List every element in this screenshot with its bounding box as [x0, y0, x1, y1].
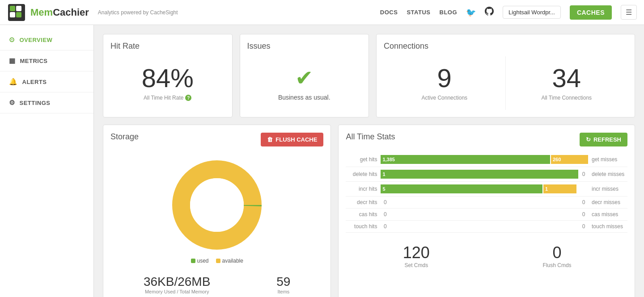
svg-rect-3 — [10, 12, 15, 17]
sidebar-item-metrics[interactable]: ▦ METRICS — [0, 50, 93, 71]
donut-legend: used available — [191, 258, 243, 264]
alltime-title: All Time Stats — [346, 132, 395, 142]
hit-rate-body: 84% All Time Hit Rate ? — [110, 56, 225, 105]
touch-hits-bars: 0 0 — [381, 223, 588, 230]
storage-card: Storage 🗑 FLUSH CACHE — [103, 125, 331, 297]
flush-cache-button[interactable]: 🗑 FLUSH CACHE — [261, 133, 323, 146]
metrics-icon: ▦ — [9, 57, 16, 65]
legend-available: available — [216, 258, 243, 264]
sidebar-item-alerts[interactable]: 🔔 ALERTS — [0, 71, 93, 92]
incr-hits-yellow-bar: 1 — [543, 184, 576, 193]
flush-cmds-value: 0 — [553, 243, 562, 262]
hit-rate-sublabel: All Time Hit Rate ? — [144, 95, 191, 101]
refresh-button[interactable]: ↻ REFRESH — [580, 133, 627, 146]
top-navigation: MemCachier Analytics powered by CacheSig… — [0, 0, 644, 25]
overview-icon: ⊙ — [9, 36, 15, 44]
table-row: incr hits 5 1 incr misses — [346, 182, 627, 197]
logo-text: MemCachier — [30, 7, 89, 18]
get-hits-yellow-bar: 260 — [551, 155, 588, 164]
account-button[interactable]: Lightsail Wordpr... — [503, 6, 561, 19]
incr-hits-label: incr hits — [346, 186, 377, 192]
decr-zero-left: 0 — [381, 199, 390, 205]
trash-icon: 🗑 — [267, 136, 273, 143]
table-row: touch hits 0 0 touch misses — [346, 221, 627, 233]
alltime-stats-table: get hits 1,385 260 get misses delete hit… — [346, 152, 627, 233]
sidebar: ⊙ OVERVIEW ▦ METRICS 🔔 ALERTS ⚙ SETTINGS — [0, 25, 94, 297]
set-cmds-value: 120 — [403, 243, 430, 262]
storage-donut-chart — [168, 156, 266, 254]
table-row: delete hits 1 0 delete misses — [346, 167, 627, 182]
storage-stats: 36KB/26MB Memory Used / Total Memory 59 … — [110, 269, 323, 294]
issues-title: Issues — [247, 42, 362, 51]
delete-zero: 0 — [579, 171, 588, 177]
svg-rect-4 — [16, 12, 21, 17]
memory-label: Memory Used / Total Memory — [145, 289, 209, 294]
delete-hits-bars: 1 0 — [381, 170, 588, 179]
main-content: Hit Rate 84% All Time Hit Rate ? Issues … — [94, 25, 644, 297]
stats-row: Hit Rate 84% All Time Hit Rate ? Issues … — [103, 34, 635, 117]
cas-zero-right: 0 — [579, 211, 588, 218]
touch-zero-right: 0 — [579, 223, 588, 230]
twitter-icon[interactable]: 🐦 — [466, 8, 476, 17]
decr-misses-label: decr misses — [592, 199, 627, 205]
logo-icon — [7, 3, 26, 22]
cas-hits-bars: 0 0 — [381, 211, 588, 218]
incr-hits-green-bar: 5 — [381, 184, 542, 193]
hamburger-menu-button[interactable]: ☰ — [621, 5, 637, 20]
delete-misses-label: delete misses — [592, 171, 627, 177]
github-icon[interactable] — [485, 7, 494, 18]
svg-point-7 — [190, 178, 244, 232]
info-icon: ? — [185, 95, 191, 101]
touch-hits-label: touch hits — [346, 223, 377, 230]
items-stat: 59 Items — [276, 275, 290, 294]
decr-hits-label: decr hits — [346, 199, 377, 205]
get-hits-label: get hits — [346, 156, 377, 163]
sidebar-item-overview[interactable]: ⊙ OVERVIEW — [0, 29, 93, 50]
used-dot — [191, 259, 195, 263]
alerts-icon: 🔔 — [9, 78, 18, 86]
table-row: get hits 1,385 260 get misses — [346, 152, 627, 167]
connections-body: 9 Active Connections 34 All Time Connect… — [384, 56, 627, 110]
cas-zero-left: 0 — [381, 211, 390, 218]
touch-misses-label: touch misses — [592, 223, 627, 230]
main-layout: ⊙ OVERVIEW ▦ METRICS 🔔 ALERTS ⚙ SETTINGS… — [0, 25, 644, 297]
available-dot — [216, 259, 220, 263]
set-cmds-label: Set Cmds — [404, 262, 428, 268]
sidebar-label-metrics: METRICS — [20, 58, 48, 64]
get-hits-bars: 1,385 260 — [381, 155, 588, 164]
status-link[interactable]: STATUS — [407, 9, 430, 16]
decr-hits-bars: 0 0 — [381, 199, 588, 205]
delete-hits-label: delete hits — [346, 171, 377, 177]
nav-links: DOCS STATUS BLOG 🐦 Lightsail Wordpr... C… — [380, 5, 637, 20]
table-row: decr hits 0 0 decr misses — [346, 197, 627, 209]
get-hits-green-bar: 1,385 — [381, 155, 550, 164]
docs-link[interactable]: DOCS — [380, 9, 398, 16]
logo: MemCachier Analytics powered by CacheSig… — [7, 3, 178, 22]
active-connections-stat: 9 Active Connections — [384, 56, 506, 110]
decr-zero-right: 0 — [579, 199, 588, 205]
hit-rate-title: Hit Rate — [110, 42, 225, 51]
caches-button[interactable]: CACHES — [570, 5, 612, 20]
blog-link[interactable]: BLOG — [440, 9, 458, 16]
svg-rect-2 — [16, 6, 21, 11]
flush-cmds-label: Flush Cmds — [543, 262, 572, 268]
memory-stat: 36KB/26MB Memory Used / Total Memory — [144, 275, 210, 294]
items-label: Items — [277, 289, 289, 294]
settings-icon: ⚙ — [9, 99, 15, 107]
legend-used: used — [191, 258, 209, 264]
alltime-stats-card: All Time Stats ↻ REFRESH get hits 1,385 … — [338, 125, 635, 297]
cas-hits-label: cas hits — [346, 211, 377, 218]
sidebar-item-settings[interactable]: ⚙ SETTINGS — [0, 92, 93, 113]
alltime-header: All Time Stats ↻ REFRESH — [346, 132, 627, 147]
connections-title: Connections — [384, 42, 627, 51]
refresh-icon: ↻ — [586, 136, 591, 143]
cas-misses-label: cas misses — [592, 211, 627, 218]
active-connections-value: 9 — [437, 65, 452, 91]
table-row: cas hits 0 0 cas misses — [346, 209, 627, 221]
set-cmds-stat: 120 Set Cmds — [346, 243, 487, 268]
incr-hits-bars: 5 1 — [381, 184, 588, 193]
alltime-connections-stat: 34 All Time Connections — [506, 56, 628, 110]
items-value: 59 — [276, 275, 290, 289]
sidebar-label-alerts: ALERTS — [22, 79, 47, 85]
svg-rect-1 — [10, 6, 15, 11]
